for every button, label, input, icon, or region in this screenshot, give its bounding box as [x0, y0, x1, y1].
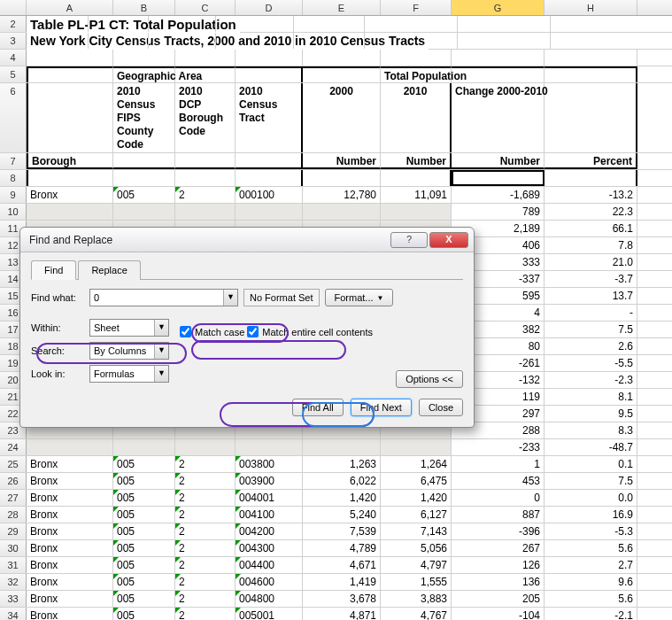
row-header[interactable]: 4: [0, 50, 27, 66]
cell[interactable]: [113, 439, 175, 455]
cell[interactable]: [236, 50, 303, 66]
col-header-A[interactable]: A: [27, 0, 113, 15]
col-header-C[interactable]: C: [175, 0, 236, 15]
cell[interactable]: [303, 439, 381, 455]
cell[interactable]: [27, 33, 89, 49]
cell[interactable]: 13.7: [545, 288, 637, 304]
cell[interactable]: 2010: [381, 83, 452, 152]
cell[interactable]: 8.1: [545, 389, 637, 405]
cell[interactable]: -5.5: [545, 355, 637, 371]
cell[interactable]: 2: [175, 523, 236, 539]
cell[interactable]: -48.7: [545, 439, 637, 455]
cell[interactable]: [216, 33, 294, 49]
cell[interactable]: [452, 170, 545, 186]
cell[interactable]: 3,883: [381, 591, 452, 607]
cell[interactable]: 8.3: [545, 422, 637, 438]
cell[interactable]: 1,263: [303, 456, 381, 472]
cell[interactable]: Bronx: [27, 187, 113, 203]
cell[interactable]: [236, 204, 303, 220]
cell[interactable]: 2: [175, 507, 236, 523]
cell[interactable]: [175, 204, 236, 220]
cell[interactable]: 205: [452, 591, 545, 607]
cell[interactable]: 004800: [236, 591, 303, 607]
cell[interactable]: 6,022: [303, 473, 381, 489]
cell[interactable]: 004200: [236, 523, 303, 539]
find-what-combo[interactable]: ▼: [89, 289, 238, 306]
cell[interactable]: Bronx: [27, 507, 113, 523]
cell[interactable]: [27, 170, 113, 186]
cell[interactable]: 004300: [236, 540, 303, 556]
close-icon[interactable]: X: [429, 232, 468, 248]
cell[interactable]: 003900: [236, 473, 303, 489]
row-header[interactable]: 9: [0, 187, 27, 203]
cell[interactable]: [175, 439, 236, 455]
lookin-combo[interactable]: ▼: [89, 365, 169, 383]
cell[interactable]: [236, 153, 303, 169]
cell[interactable]: Total Population: [381, 66, 452, 82]
col-header-B[interactable]: B: [113, 0, 175, 15]
col-header-H[interactable]: H: [545, 0, 637, 15]
cell[interactable]: [89, 33, 149, 49]
within-input[interactable]: [90, 320, 154, 336]
row-header[interactable]: 25: [0, 456, 27, 472]
tab-replace[interactable]: Replace: [78, 260, 140, 280]
cell[interactable]: 1,264: [381, 456, 452, 472]
cell[interactable]: [27, 204, 113, 220]
cell[interactable]: [303, 170, 381, 186]
cell[interactable]: 0.1: [545, 456, 637, 472]
cell[interactable]: [236, 439, 303, 455]
row-header[interactable]: 29: [0, 523, 27, 539]
cell[interactable]: 2: [175, 473, 236, 489]
options-button[interactable]: Options <<: [396, 370, 463, 388]
cell[interactable]: Change 2000-2010: [452, 83, 545, 152]
cell[interactable]: [545, 50, 637, 66]
cell[interactable]: 005: [113, 187, 175, 203]
cell[interactable]: [113, 204, 175, 220]
cell[interactable]: 6,127: [381, 507, 452, 523]
cell[interactable]: -2.1: [545, 608, 637, 620]
help-button[interactable]: ?: [390, 232, 428, 248]
cell[interactable]: [365, 33, 458, 49]
cell[interactable]: [113, 50, 175, 66]
cell[interactable]: [303, 50, 381, 66]
cell[interactable]: [458, 16, 551, 32]
cell[interactable]: 005: [113, 490, 175, 506]
cell[interactable]: 7.5: [545, 322, 637, 337]
cell[interactable]: 7,143: [381, 523, 452, 539]
find-next-button[interactable]: Find Next: [351, 399, 412, 416]
cell[interactable]: 5.6: [545, 591, 637, 607]
search-input[interactable]: [90, 343, 154, 359]
cell[interactable]: 16.9: [545, 507, 637, 523]
cell[interactable]: [458, 33, 551, 49]
cell[interactable]: 2: [175, 187, 236, 203]
cell[interactable]: 2: [175, 574, 236, 590]
cell[interactable]: [175, 66, 236, 82]
cell[interactable]: 3,678: [303, 591, 381, 607]
cell[interactable]: 4,767: [381, 608, 452, 620]
cell[interactable]: 1,420: [381, 490, 452, 506]
cell[interactable]: -13.2: [545, 187, 637, 203]
cell[interactable]: [27, 439, 113, 455]
cell[interactable]: [89, 16, 149, 32]
row-header[interactable]: 7: [0, 153, 27, 169]
tab-find[interactable]: Find: [31, 260, 76, 280]
cell[interactable]: 9.5: [545, 406, 637, 422]
cell[interactable]: 2: [175, 456, 236, 472]
cell[interactable]: 6,475: [381, 473, 452, 489]
cell[interactable]: [381, 204, 452, 220]
cell[interactable]: [452, 66, 545, 82]
cell[interactable]: [545, 83, 637, 152]
cell[interactable]: [216, 16, 294, 32]
cell[interactable]: Bronx: [27, 557, 113, 573]
cell[interactable]: -1,689: [452, 187, 545, 203]
row-header[interactable]: 6: [0, 83, 27, 152]
col-header-G[interactable]: G: [452, 0, 545, 15]
cell[interactable]: [27, 50, 113, 66]
cell[interactable]: 7.8: [545, 237, 637, 253]
cell[interactable]: 005: [113, 507, 175, 523]
cell[interactable]: [175, 50, 236, 66]
cell[interactable]: 2010CensusFIPSCountyCode: [113, 83, 175, 152]
find-all-button[interactable]: Find All: [292, 399, 344, 416]
cell[interactable]: -3.7: [545, 271, 637, 287]
cell[interactable]: 005: [113, 456, 175, 472]
